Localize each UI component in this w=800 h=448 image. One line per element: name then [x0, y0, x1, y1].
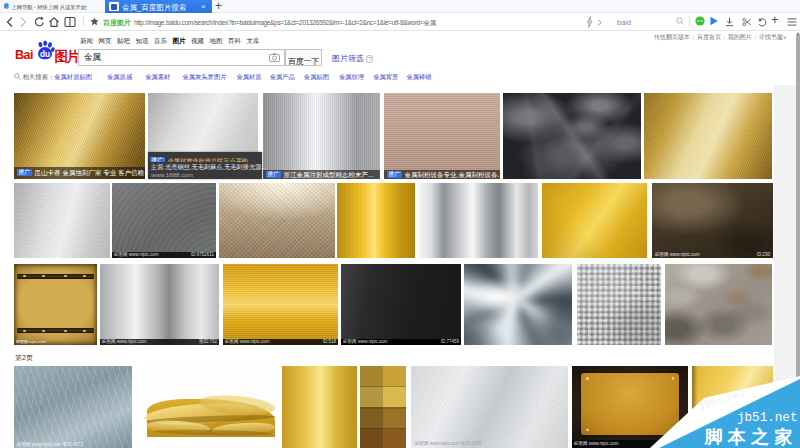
- svg-text:du: du: [40, 50, 50, 59]
